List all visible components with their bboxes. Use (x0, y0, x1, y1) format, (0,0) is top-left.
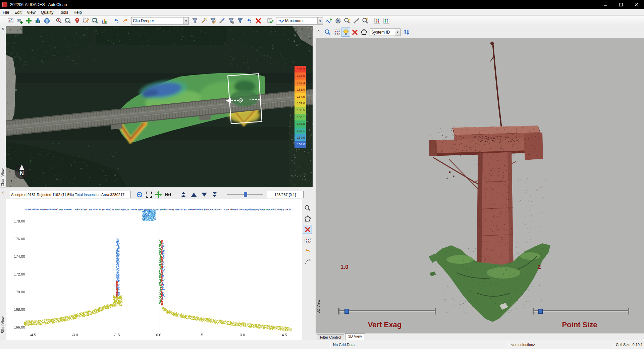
reject-points-icon[interactable] (303, 225, 312, 234)
panel-divider[interactable] (313, 26, 316, 340)
fit-extents-icon[interactable] (144, 190, 153, 199)
redo-icon[interactable] (121, 16, 130, 26)
last-slice-icon[interactable] (210, 190, 219, 199)
select-region-icon[interactable] (82, 16, 91, 26)
slice-position-slider[interactable] (227, 192, 263, 198)
undo-edit-icon[interactable] (303, 246, 312, 255)
clean-brush-icon[interactable] (217, 16, 226, 26)
vert-exag-slider[interactable] (339, 310, 435, 312)
legend-entry[interactable]: 168.9 (294, 72, 306, 79)
close-button[interactable] (629, 0, 644, 9)
placemark-icon[interactable] (72, 16, 82, 26)
pick-tool-icon[interactable] (352, 16, 361, 26)
open-survey-icon[interactable] (6, 16, 15, 26)
toolbar-separator (371, 17, 371, 24)
slice-plot-area[interactable]: 178.00176.00174.00172.00170.00168.00166.… (6, 199, 302, 340)
clip-mode-dropdown[interactable]: Clip Deeper▾ (131, 17, 189, 24)
surface-settings-icon[interactable] (333, 16, 342, 26)
y-axis-tick: 172.00 (10, 272, 25, 276)
undo-filter-icon[interactable] (245, 16, 254, 26)
matrix-a-icon[interactable] (373, 16, 382, 26)
database-icon[interactable] (33, 16, 42, 26)
slice-slider-handle[interactable] (244, 192, 247, 197)
next-slice-icon[interactable] (200, 190, 209, 199)
pan-icon[interactable] (154, 190, 163, 199)
title-bar: 202206-ALIDADES - AutoClean (0, 0, 644, 9)
legend-entry[interactable]: 164.6 (294, 134, 306, 141)
point-size-handle[interactable] (538, 309, 543, 314)
colorby-dropdown[interactable]: System ID▾ (370, 29, 400, 36)
legend-entry[interactable]: 166.5 (294, 107, 306, 113)
edit-filter-icon[interactable] (208, 16, 217, 26)
lighting-icon[interactable] (341, 28, 350, 37)
filter-design-icon[interactable] (190, 16, 199, 26)
aerial-map: N (6, 26, 313, 187)
menu-edit[interactable]: Edit (12, 9, 24, 16)
zoom-region-icon[interactable] (91, 16, 100, 26)
add-data-icon[interactable] (24, 16, 33, 26)
first-slice-icon[interactable] (179, 190, 188, 199)
menu-help[interactable]: Help (71, 9, 85, 16)
y-axis-tick: 170.00 (10, 290, 25, 294)
prev-slice-icon[interactable] (189, 190, 198, 199)
view3d-tab-bar: Filter Control3D View (316, 333, 644, 340)
statistics-icon[interactable] (100, 16, 109, 26)
zoom-extents-icon[interactable] (63, 16, 72, 26)
vert-exag-handle[interactable] (344, 309, 349, 314)
point-size-slider[interactable] (534, 310, 628, 312)
legend-entry[interactable]: 168.0 (294, 86, 306, 93)
measure-curve-icon[interactable] (303, 257, 312, 266)
minimize-button[interactable] (598, 0, 613, 9)
zoom-tool-icon[interactable] (303, 203, 312, 212)
view3d-canvas[interactable]: 1.0 Vert Exag 2 Point Size 3D View (316, 38, 644, 333)
y-axis-tick: 178.00 (10, 219, 25, 223)
menu-file[interactable]: File (0, 9, 12, 16)
maximize-button[interactable] (613, 0, 629, 9)
grid-check-icon[interactable] (266, 16, 275, 26)
legend-entry[interactable]: 165.6 (294, 120, 306, 127)
menu-quality[interactable]: Quality (38, 9, 56, 16)
chart-view-close-icon[interactable]: × (1, 27, 5, 31)
legend-entry[interactable]: 164.0 (294, 141, 306, 148)
reject-3d-icon[interactable] (350, 28, 359, 37)
auto-step-icon[interactable] (163, 190, 172, 199)
slice-plot-canvas[interactable] (6, 199, 302, 340)
x-axis-tick: -1.5 (108, 333, 125, 337)
zoom-3d-icon[interactable] (323, 28, 332, 37)
legend-entry[interactable]: 167.5 (294, 93, 306, 100)
reject-icon[interactable] (254, 16, 263, 26)
polygon-3d-icon[interactable] (359, 28, 368, 37)
undo-icon[interactable] (112, 16, 121, 26)
surface-refresh-icon[interactable] (324, 16, 333, 26)
filter-settings-icon[interactable] (226, 16, 235, 26)
inspect-icon[interactable] (342, 16, 352, 26)
flip-view-icon[interactable] (402, 28, 411, 37)
menu-tools[interactable]: Tools (56, 9, 71, 16)
auto-filter-icon[interactable] (199, 16, 208, 26)
surface-mode-dropdown[interactable]: Maximum▾ (276, 17, 323, 24)
chart-view-canvas[interactable]: N 169.5168.9168.4168.0167.5167.0166.5166… (6, 26, 313, 187)
x-axis-tick: -4.5 (24, 333, 41, 337)
legend-entry[interactable]: 168.4 (294, 80, 306, 86)
slice-view-close-icon[interactable]: × (1, 191, 5, 195)
projection-icon[interactable] (42, 16, 51, 26)
legend-entry[interactable]: 169.5 (294, 66, 306, 72)
matrix-b-icon[interactable] (382, 16, 391, 26)
tab-filter-control[interactable]: Filter Control (317, 334, 344, 340)
query-icon[interactable] (361, 16, 370, 26)
menu-bar: FileEditViewQualityToolsHelp (0, 9, 644, 16)
legend-entry[interactable]: 166.1 (294, 114, 306, 120)
polygon-select-icon[interactable] (303, 214, 312, 223)
reject-box-icon[interactable] (303, 236, 312, 245)
menu-view[interactable]: View (24, 9, 38, 16)
legend-entry[interactable]: 167.0 (294, 100, 306, 107)
profile-mode-icon[interactable] (135, 190, 144, 199)
point-display-icon[interactable] (332, 28, 341, 37)
tab-3d-view[interactable]: 3D View (345, 333, 365, 340)
add-lines-icon[interactable] (15, 16, 24, 26)
main-toolbar: Clip Deeper▾Maximum▾ (0, 16, 644, 26)
zoom-in-icon[interactable] (54, 16, 63, 26)
legend-entry[interactable]: 165.1 (294, 128, 306, 134)
chart-slice-splitter[interactable] (0, 187, 313, 190)
apply-filter-icon[interactable] (235, 16, 245, 26)
